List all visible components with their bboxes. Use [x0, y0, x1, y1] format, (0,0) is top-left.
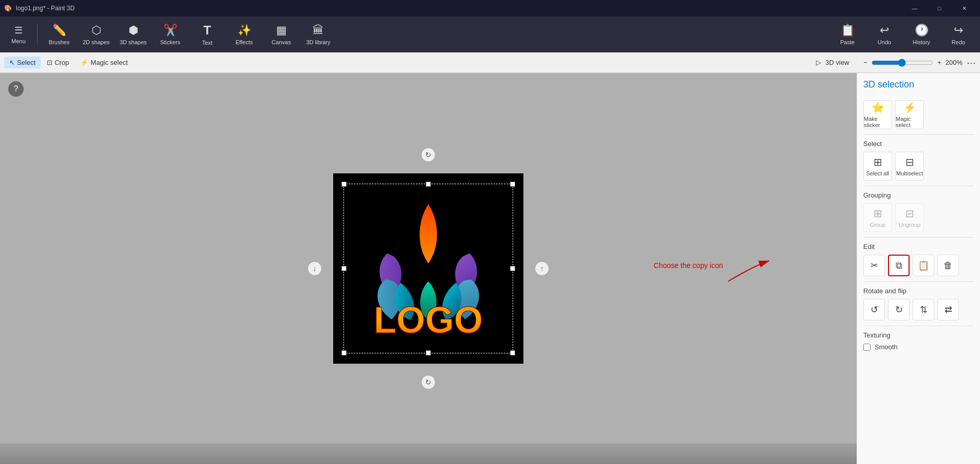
rotate-flip-buttons: ↺ ↻ ⇅ ⇄ — [863, 299, 974, 320]
toolbar-redo[interactable]: ↪ Redo — [941, 19, 976, 50]
rotate-flip-label: Rotate and flip — [863, 287, 974, 295]
toolbar-2d-shapes[interactable]: ⬡ 2D shapes — [79, 19, 114, 50]
brushes-icon: ✏️ — [52, 24, 66, 37]
select-buttons: ⊞ Select all ⊟ Multiselect — [863, 152, 974, 181]
main-area: ? — [0, 73, 980, 464]
smooth-checkbox[interactable] — [863, 344, 870, 351]
logo-image: LOGO — [333, 173, 523, 364]
close-button[interactable]: ✕ — [952, 0, 976, 16]
delete-icon: 🗑 — [943, 260, 953, 271]
make-sticker-icon: ⭐ — [872, 101, 884, 114]
toolbar-effects[interactable]: ✨ Effects — [227, 19, 262, 50]
toolbar-3d-library[interactable]: 🏛 3D library — [301, 19, 336, 50]
rotate-handle-bottom[interactable]: ↻ — [421, 375, 435, 389]
main-toolbar: ☰ Menu ✏️ Brushes ⬡ 2D shapes ⬢ 3D shape… — [0, 16, 980, 52]
make-sticker-button[interactable]: ⭐ Make sticker — [863, 100, 892, 129]
stickers-icon: ✂️ — [164, 24, 177, 37]
divider-2 — [863, 186, 974, 186]
ungroup-button[interactable]: ⊟ Ungroup — [895, 203, 924, 232]
smooth-label: Smooth — [875, 343, 898, 351]
logo-canvas: LOGO — [333, 173, 523, 364]
rotate-handle-top[interactable]: ↻ — [421, 148, 435, 162]
toolbar-brushes[interactable]: ✏️ Brushes — [42, 19, 77, 50]
copy-icon: ⧉ — [896, 260, 902, 271]
delete-button[interactable]: 🗑 — [937, 255, 959, 276]
magic-select-panel-icon: ⚡ — [903, 101, 916, 114]
divider-5 — [863, 326, 974, 326]
menu-label: Menu — [11, 38, 26, 44]
redo-label: Redo — [952, 39, 965, 45]
group-icon: ⊞ — [874, 207, 882, 220]
toolbar-stickers[interactable]: ✂️ Stickers — [153, 19, 188, 50]
zoom-area: ▷ 3D view − + 200% ⋯ — [816, 57, 976, 68]
rotate-right-icon: ↻ — [895, 304, 903, 315]
top-panel-buttons: ⭐ Make sticker ⚡ Magic select — [863, 100, 974, 129]
secondary-toolbar: ↖ Select ⊡ Crop ⚡ Magic select ▷ 3D view… — [0, 52, 980, 73]
menu-icon: ☰ — [14, 25, 23, 36]
group-button[interactable]: ⊞ Group — [863, 203, 892, 232]
divider-3 — [863, 237, 974, 238]
multiselect-button[interactable]: ⊟ Multiselect — [895, 152, 924, 181]
toolbar-paste[interactable]: 📋 Paste — [830, 19, 865, 50]
3d-shapes-icon: ⬢ — [129, 24, 138, 37]
logo-svg: LOGO — [333, 173, 523, 364]
select-all-icon: ⊞ — [874, 156, 882, 168]
toolbar-3d-shapes[interactable]: ⬢ 3D shapes — [116, 19, 151, 50]
crop-button[interactable]: ⊡ Crop — [42, 57, 74, 68]
select-button[interactable]: ↖ Select — [4, 57, 41, 68]
redo-icon: ↪ — [954, 24, 963, 37]
canvas-area[interactable]: ? — [0, 73, 857, 464]
toolbar-canvas[interactable]: ▦ Canvas — [264, 19, 299, 50]
magic-select-icon: ⚡ — [80, 59, 88, 66]
texturing-label: Texturing — [863, 331, 974, 339]
toolbar-undo[interactable]: ↩ Undo — [867, 19, 902, 50]
cut-icon: ✂ — [870, 260, 878, 271]
group-label: Group — [870, 222, 886, 228]
make-sticker-label: Make sticker — [864, 116, 892, 128]
magic-select-button[interactable]: ⚡ Magic select — [75, 57, 133, 68]
title-bar: 🎨 logo1.png* - Paint 3D — □ ✕ — [0, 0, 980, 16]
2d-shapes-label: 2D shapes — [83, 39, 110, 45]
paste-label: Paste — [840, 39, 855, 45]
rotate-right-button[interactable]: ↻ — [888, 299, 910, 320]
paste-panel-icon: 📋 — [918, 260, 929, 271]
toolbar-right: 📋 Paste ↩ Undo 🕐 History ↪ Redo — [830, 19, 976, 50]
panel-title: 3D selection — [863, 79, 974, 93]
flip-vertical-button[interactable]: ⇅ — [913, 299, 934, 320]
zoom-plus[interactable]: + — [937, 59, 941, 66]
toolbar-history[interactable]: 🕐 History — [904, 19, 939, 50]
zoom-slider[interactable] — [872, 59, 933, 67]
undo-label: Undo — [878, 39, 891, 45]
select-all-button[interactable]: ⊞ Select all — [863, 152, 892, 181]
cut-button[interactable]: ✂ — [863, 255, 885, 276]
rotate-handle-right[interactable]: ↑ — [535, 261, 549, 276]
svg-text:LOGO: LOGO — [374, 299, 483, 341]
annotation-container: Choose the copy icon — [654, 261, 723, 270]
magic-select-panel-button[interactable]: ⚡ Magic select — [895, 100, 924, 129]
rotate-handle-left[interactable]: ↓ — [307, 261, 322, 276]
zoom-value: 200% — [946, 59, 963, 66]
multiselect-icon: ⊟ — [905, 156, 914, 168]
multiselect-label: Multiselect — [896, 170, 923, 176]
history-label: History — [913, 39, 930, 45]
ungroup-label: Ungroup — [899, 222, 920, 228]
more-options-icon[interactable]: ⋯ — [967, 57, 976, 68]
effects-label: Effects — [235, 39, 252, 45]
help-button[interactable]: ? — [8, 81, 24, 97]
3d-view-icon: ▷ — [816, 59, 821, 66]
toolbar-text[interactable]: T Text — [190, 19, 225, 50]
rotate-left-button[interactable]: ↺ — [863, 299, 885, 320]
flip-vertical-icon: ⇅ — [920, 304, 928, 315]
menu-button[interactable]: ☰ Menu — [4, 19, 33, 50]
maximize-button[interactable]: □ — [928, 0, 951, 16]
title-text: logo1.png* - Paint 3D — [16, 5, 75, 12]
magic-select-label: Magic select — [90, 59, 128, 66]
paste-panel-button[interactable]: 📋 — [913, 255, 934, 276]
flip-horizontal-button[interactable]: ⇄ — [937, 299, 959, 320]
divider-4 — [863, 281, 974, 282]
text-icon: T — [204, 23, 211, 38]
zoom-minus[interactable]: − — [864, 59, 868, 66]
minimize-button[interactable]: — — [903, 0, 927, 16]
stickers-label: Stickers — [160, 39, 180, 45]
copy-button[interactable]: ⧉ — [888, 255, 910, 276]
